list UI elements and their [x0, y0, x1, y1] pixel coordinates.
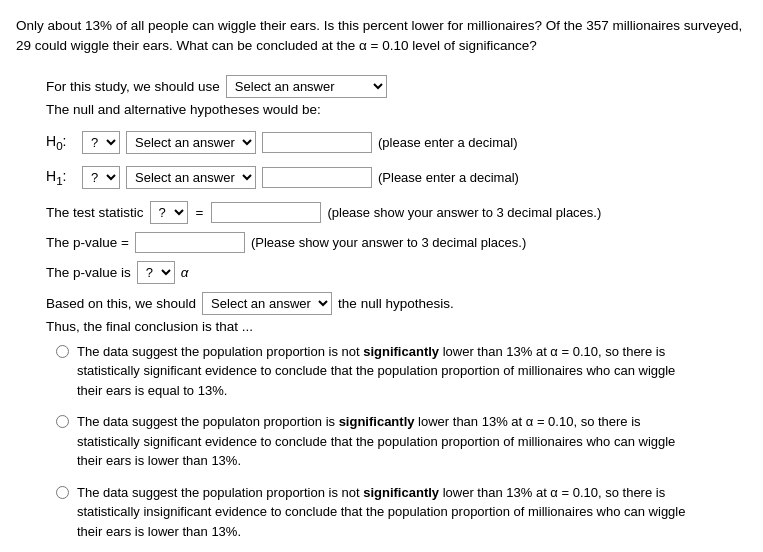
pvalue-alpha-label: The p-value is: [46, 265, 131, 280]
alpha-symbol: α: [181, 265, 189, 280]
test-stat-input[interactable]: [211, 202, 321, 223]
test-stat-equals: =: [196, 205, 204, 220]
h1-decimal-note: (Please enter a decimal): [378, 170, 519, 185]
radio-options-group: The data suggest the population proporti…: [56, 342, 747, 542]
based-on-label: Based on this, we should: [46, 296, 196, 311]
h1-value-input[interactable]: [262, 167, 372, 188]
study-label: For this study, we should use: [46, 79, 220, 94]
h1-answer-select[interactable]: Select an answer p μ: [126, 166, 256, 189]
pvalue-label: The p-value =: [46, 235, 129, 250]
h0-answer-select[interactable]: Select an answer p μ: [126, 131, 256, 154]
null-alt-label: The null and alternative hypotheses woul…: [46, 102, 321, 117]
h0-symbol-select[interactable]: ? = < > ≤ ≥ ≠: [82, 131, 120, 154]
list-item: The data suggest the population proporti…: [56, 483, 747, 542]
test-stat-note: (please show your answer to 3 decimal pl…: [327, 205, 601, 220]
based-on-select[interactable]: Select an answer reject fail to reject a…: [202, 292, 332, 315]
study-select[interactable]: Select an answer a one-proportion z-test…: [226, 75, 387, 98]
thus-label: Thus, the final conclusion is that ...: [46, 319, 253, 334]
option-3-text: The data suggest the population proporti…: [77, 483, 697, 542]
h1-label: H1:: [46, 168, 76, 187]
h0-value-input[interactable]: [262, 132, 372, 153]
radio-option-2[interactable]: [56, 415, 69, 428]
h0-decimal-note: (please enter a decimal): [378, 135, 517, 150]
option-2-text: The data suggest the populaton proportio…: [77, 412, 697, 471]
h1-symbol-select[interactable]: ? = < > ≤ ≥ ≠: [82, 166, 120, 189]
based-on-suffix: the null hypothesis.: [338, 296, 454, 311]
list-item: The data suggest the population proporti…: [56, 342, 747, 401]
test-stat-symbol-select[interactable]: ? z t: [150, 201, 188, 224]
h0-label: H0:: [46, 133, 76, 152]
intro-text: Only about 13% of all people can wiggle …: [16, 16, 747, 57]
radio-option-1[interactable]: [56, 345, 69, 358]
pvalue-alpha-select[interactable]: ? < > = ≤ ≥: [137, 261, 175, 284]
pvalue-note: (Please show your answer to 3 decimal pl…: [251, 235, 526, 250]
pvalue-input[interactable]: [135, 232, 245, 253]
test-stat-label: The test statistic: [46, 205, 144, 220]
option-1-text: The data suggest the population proporti…: [77, 342, 697, 401]
list-item: The data suggest the populaton proportio…: [56, 412, 747, 471]
radio-option-3[interactable]: [56, 486, 69, 499]
